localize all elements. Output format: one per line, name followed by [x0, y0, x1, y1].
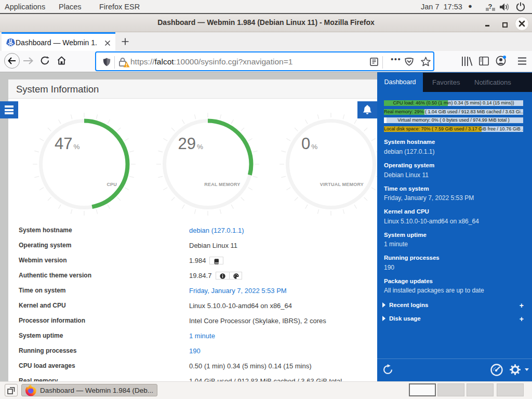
- svg-text:?: ?: [488, 3, 493, 10]
